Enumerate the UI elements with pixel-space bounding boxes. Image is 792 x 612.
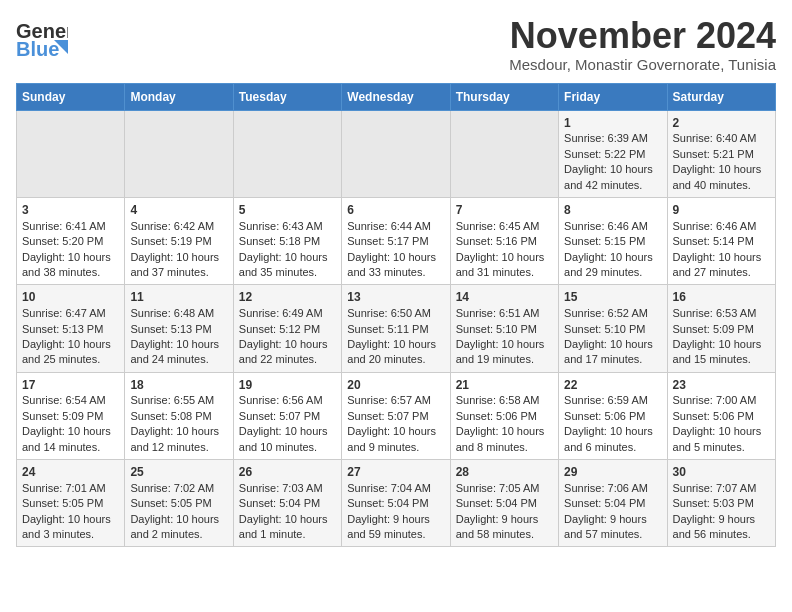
header-day-monday: Monday (125, 83, 233, 110)
day-number: 27 (347, 464, 444, 481)
sunrise-text: Sunrise: 6:46 AM (564, 220, 648, 232)
sunset-text: Sunset: 5:20 PM (22, 235, 103, 247)
calendar-cell (233, 110, 341, 197)
calendar-cell: 21Sunrise: 6:58 AMSunset: 5:06 PMDayligh… (450, 372, 558, 459)
calendar-week-3: 10Sunrise: 6:47 AMSunset: 5:13 PMDayligh… (17, 285, 776, 372)
header-day-thursday: Thursday (450, 83, 558, 110)
sunset-text: Sunset: 5:05 PM (22, 497, 103, 509)
sunset-text: Sunset: 5:09 PM (673, 323, 754, 335)
daylight-text: Daylight: 10 hours and 42 minutes. (564, 163, 653, 190)
sunset-text: Sunset: 5:19 PM (130, 235, 211, 247)
day-number: 28 (456, 464, 553, 481)
daylight-text: Daylight: 10 hours and 17 minutes. (564, 338, 653, 365)
calendar-cell: 11Sunrise: 6:48 AMSunset: 5:13 PMDayligh… (125, 285, 233, 372)
calendar-cell: 3Sunrise: 6:41 AMSunset: 5:20 PMDaylight… (17, 197, 125, 284)
calendar-cell: 26Sunrise: 7:03 AMSunset: 5:04 PMDayligh… (233, 460, 341, 547)
sunset-text: Sunset: 5:17 PM (347, 235, 428, 247)
daylight-text: Daylight: 10 hours and 37 minutes. (130, 251, 219, 278)
sunrise-text: Sunrise: 6:46 AM (673, 220, 757, 232)
day-number: 6 (347, 202, 444, 219)
header-row: SundayMondayTuesdayWednesdayThursdayFrid… (17, 83, 776, 110)
sunrise-text: Sunrise: 6:51 AM (456, 307, 540, 319)
sunset-text: Sunset: 5:07 PM (239, 410, 320, 422)
daylight-text: Daylight: 10 hours and 1 minute. (239, 513, 328, 540)
daylight-text: Daylight: 10 hours and 12 minutes. (130, 425, 219, 452)
daylight-text: Daylight: 10 hours and 35 minutes. (239, 251, 328, 278)
sunrise-text: Sunrise: 6:58 AM (456, 394, 540, 406)
header-day-wednesday: Wednesday (342, 83, 450, 110)
calendar-week-5: 24Sunrise: 7:01 AMSunset: 5:05 PMDayligh… (17, 460, 776, 547)
day-number: 10 (22, 289, 119, 306)
svg-text:Blue: Blue (16, 38, 59, 60)
daylight-text: Daylight: 9 hours and 59 minutes. (347, 513, 430, 540)
sunrise-text: Sunrise: 7:02 AM (130, 482, 214, 494)
header-day-tuesday: Tuesday (233, 83, 341, 110)
page-subtitle: Mesdour, Monastir Governorate, Tunisia (509, 56, 776, 73)
calendar-cell: 7Sunrise: 6:45 AMSunset: 5:16 PMDaylight… (450, 197, 558, 284)
sunrise-text: Sunrise: 6:44 AM (347, 220, 431, 232)
day-number: 17 (22, 377, 119, 394)
calendar-cell: 13Sunrise: 6:50 AMSunset: 5:11 PMDayligh… (342, 285, 450, 372)
day-number: 14 (456, 289, 553, 306)
sunset-text: Sunset: 5:05 PM (130, 497, 211, 509)
daylight-text: Daylight: 10 hours and 2 minutes. (130, 513, 219, 540)
calendar-cell: 15Sunrise: 6:52 AMSunset: 5:10 PMDayligh… (559, 285, 667, 372)
sunrise-text: Sunrise: 6:48 AM (130, 307, 214, 319)
sunrise-text: Sunrise: 6:39 AM (564, 132, 648, 144)
calendar-header: SundayMondayTuesdayWednesdayThursdayFrid… (17, 83, 776, 110)
calendar-cell: 6Sunrise: 6:44 AMSunset: 5:17 PMDaylight… (342, 197, 450, 284)
calendar-body: 1Sunrise: 6:39 AMSunset: 5:22 PMDaylight… (17, 110, 776, 547)
sunset-text: Sunset: 5:11 PM (347, 323, 428, 335)
sunrise-text: Sunrise: 6:53 AM (673, 307, 757, 319)
calendar-week-4: 17Sunrise: 6:54 AMSunset: 5:09 PMDayligh… (17, 372, 776, 459)
day-number: 29 (564, 464, 661, 481)
calendar-week-2: 3Sunrise: 6:41 AMSunset: 5:20 PMDaylight… (17, 197, 776, 284)
day-number: 30 (673, 464, 770, 481)
daylight-text: Daylight: 10 hours and 27 minutes. (673, 251, 762, 278)
calendar-table: SundayMondayTuesdayWednesdayThursdayFrid… (16, 83, 776, 548)
calendar-cell (17, 110, 125, 197)
sunrise-text: Sunrise: 6:49 AM (239, 307, 323, 319)
calendar-cell: 12Sunrise: 6:49 AMSunset: 5:12 PMDayligh… (233, 285, 341, 372)
sunset-text: Sunset: 5:18 PM (239, 235, 320, 247)
day-number: 4 (130, 202, 227, 219)
sunset-text: Sunset: 5:22 PM (564, 148, 645, 160)
sunrise-text: Sunrise: 6:57 AM (347, 394, 431, 406)
sunrise-text: Sunrise: 6:59 AM (564, 394, 648, 406)
calendar-cell (125, 110, 233, 197)
daylight-text: Daylight: 10 hours and 9 minutes. (347, 425, 436, 452)
sunrise-text: Sunrise: 7:05 AM (456, 482, 540, 494)
day-number: 20 (347, 377, 444, 394)
sunrise-text: Sunrise: 6:40 AM (673, 132, 757, 144)
sunset-text: Sunset: 5:15 PM (564, 235, 645, 247)
header-day-friday: Friday (559, 83, 667, 110)
daylight-text: Daylight: 10 hours and 29 minutes. (564, 251, 653, 278)
sunset-text: Sunset: 5:04 PM (347, 497, 428, 509)
sunrise-text: Sunrise: 7:03 AM (239, 482, 323, 494)
calendar-cell: 18Sunrise: 6:55 AMSunset: 5:08 PMDayligh… (125, 372, 233, 459)
daylight-text: Daylight: 10 hours and 5 minutes. (673, 425, 762, 452)
day-number: 3 (22, 202, 119, 219)
sunrise-text: Sunrise: 6:41 AM (22, 220, 106, 232)
sunrise-text: Sunrise: 7:06 AM (564, 482, 648, 494)
daylight-text: Daylight: 10 hours and 20 minutes. (347, 338, 436, 365)
sunset-text: Sunset: 5:04 PM (564, 497, 645, 509)
sunrise-text: Sunrise: 7:00 AM (673, 394, 757, 406)
day-number: 24 (22, 464, 119, 481)
sunset-text: Sunset: 5:08 PM (130, 410, 211, 422)
daylight-text: Daylight: 10 hours and 10 minutes. (239, 425, 328, 452)
page-title: November 2024 (509, 16, 776, 56)
calendar-cell: 19Sunrise: 6:56 AMSunset: 5:07 PMDayligh… (233, 372, 341, 459)
calendar-cell: 4Sunrise: 6:42 AMSunset: 5:19 PMDaylight… (125, 197, 233, 284)
calendar-cell: 1Sunrise: 6:39 AMSunset: 5:22 PMDaylight… (559, 110, 667, 197)
sunrise-text: Sunrise: 7:04 AM (347, 482, 431, 494)
calendar-cell: 22Sunrise: 6:59 AMSunset: 5:06 PMDayligh… (559, 372, 667, 459)
daylight-text: Daylight: 9 hours and 57 minutes. (564, 513, 647, 540)
header-day-saturday: Saturday (667, 83, 775, 110)
logo: General Blue (16, 16, 68, 64)
sunrise-text: Sunrise: 6:45 AM (456, 220, 540, 232)
day-number: 26 (239, 464, 336, 481)
sunset-text: Sunset: 5:04 PM (456, 497, 537, 509)
day-number: 5 (239, 202, 336, 219)
day-number: 11 (130, 289, 227, 306)
